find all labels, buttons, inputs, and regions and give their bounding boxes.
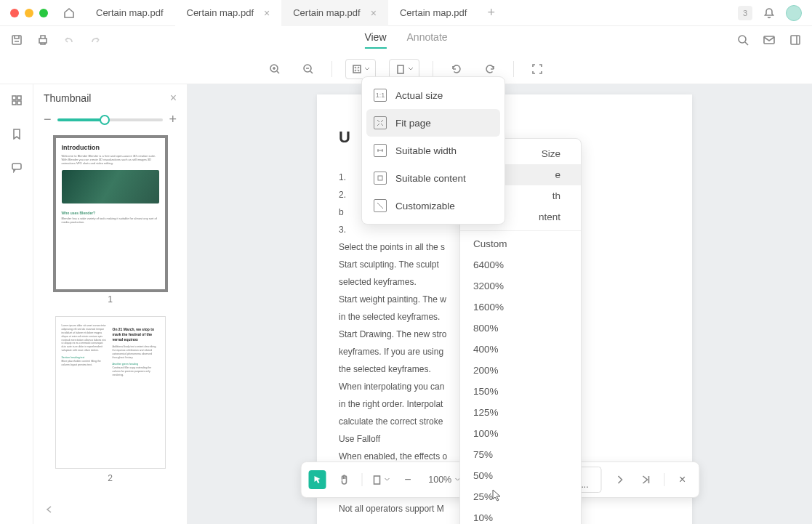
last-page-button[interactable]: [638, 470, 656, 489]
zoom-125[interactable]: 125%: [460, 402, 581, 423]
zoom-in-button[interactable]: [265, 59, 285, 79]
home-icon[interactable]: [63, 7, 76, 20]
close-toolbar-button[interactable]: ×: [673, 470, 691, 489]
bookmark-icon[interactable]: [7, 124, 27, 144]
zoom-800[interactable]: 800%: [460, 318, 581, 339]
panel-icon[interactable]: [789, 33, 802, 47]
svg-point-2: [739, 36, 746, 43]
fit-width[interactable]: Suitable width: [366, 137, 500, 164]
bell-icon[interactable]: [763, 7, 776, 20]
avatar[interactable]: [786, 5, 802, 21]
mode-annotate[interactable]: Annotate: [407, 31, 448, 49]
zoom-50[interactable]: 50%: [460, 465, 581, 486]
search-icon[interactable]: [736, 33, 749, 47]
collapse-panel-icon[interactable]: [45, 504, 54, 517]
tab-1[interactable]: Certain map.pdf×: [175, 0, 282, 26]
svg-rect-3: [764, 36, 774, 44]
redo-icon[interactable]: [89, 33, 102, 47]
thumbnail-panel: Thumbnail × − + Introduction Welcome to …: [33, 84, 188, 524]
zoom-out-bottom[interactable]: −: [398, 470, 417, 489]
thumbnail-title: Thumbnail: [44, 92, 91, 104]
svg-rect-15: [378, 176, 382, 180]
chevron-down-icon: [408, 66, 414, 72]
svg-rect-13: [12, 164, 21, 169]
mode-switch: View Annotate: [364, 31, 447, 49]
zoom-150[interactable]: 150%: [460, 381, 581, 402]
zoom-3200[interactable]: 3200%: [460, 275, 581, 297]
undo-icon[interactable]: [63, 33, 76, 47]
zoom-25[interactable]: 25%: [460, 486, 581, 507]
tab-strip: Certain map.pdf Certain map.pdf× Certain…: [84, 0, 738, 26]
mode-view[interactable]: View: [364, 31, 386, 49]
fullscreen-button[interactable]: [527, 59, 547, 79]
svg-rect-10: [17, 96, 21, 100]
thumb-page-number: 1: [41, 294, 180, 305]
svg-rect-9: [12, 96, 16, 100]
tab-0[interactable]: Certain map.pdf: [84, 0, 175, 26]
close-tab-icon[interactable]: ×: [371, 7, 377, 19]
thumb-zoom-in[interactable]: +: [169, 112, 177, 127]
select-tool-button[interactable]: [308, 470, 326, 489]
close-panel-icon[interactable]: ×: [170, 92, 177, 105]
fit-content[interactable]: Suitable content: [366, 164, 500, 192]
close-tab-icon[interactable]: ×: [264, 7, 270, 19]
save-icon[interactable]: [10, 33, 23, 47]
fit-page[interactable]: Fit page: [366, 109, 500, 137]
notif-count-badge[interactable]: 3: [738, 6, 752, 20]
zoom-1600[interactable]: 1600%: [460, 297, 581, 318]
zoom-10[interactable]: 10%: [460, 507, 581, 524]
svg-rect-7: [353, 65, 361, 73]
zoom-200[interactable]: 200%: [460, 360, 581, 381]
svg-rect-4: [791, 36, 800, 44]
comment-icon[interactable]: [7, 157, 27, 177]
thumb-zoom-slider: − +: [41, 112, 180, 137]
fit-actual-size[interactable]: 1:1Actual size: [366, 81, 500, 109]
fit-menu: 1:1Actual size Fit page Suitable width S…: [361, 76, 505, 225]
zoom-6400[interactable]: 6400%: [460, 254, 581, 275]
svg-rect-8: [398, 65, 403, 73]
thumb-page-2[interactable]: Lorem ipsum dolor sit amet consectetur a…: [41, 316, 180, 483]
svg-rect-1: [39, 39, 47, 43]
side-rail: [0, 84, 33, 524]
close-window[interactable]: [10, 9, 19, 17]
next-page-button[interactable]: [611, 470, 629, 489]
tab-2[interactable]: Certain map.pdf×: [281, 0, 388, 26]
thumb-slider[interactable]: [57, 118, 164, 121]
zoom-out-button[interactable]: [298, 59, 318, 79]
new-tab-button[interactable]: +: [478, 5, 504, 20]
thumb-page-number: 2: [41, 473, 180, 483]
zoom-100[interactable]: 100%: [460, 423, 581, 444]
tab-3[interactable]: Certain map.pdf: [388, 0, 479, 26]
zoom-level-dropdown[interactable]: 100%: [425, 475, 463, 485]
thumb-zoom-out[interactable]: −: [44, 112, 52, 127]
window-controls: [10, 9, 48, 17]
chevron-down-icon: [364, 66, 370, 72]
thumbnails-icon[interactable]: [7, 90, 27, 110]
fit-custom[interactable]: Customizable: [366, 192, 500, 219]
print-icon[interactable]: [36, 33, 49, 47]
zoom-75[interactable]: 75%: [460, 444, 581, 465]
svg-rect-14: [374, 476, 379, 484]
page-layout-bottom[interactable]: [371, 474, 390, 485]
zoom-400[interactable]: 400%: [460, 339, 581, 360]
svg-rect-12: [17, 101, 21, 105]
minimize-window[interactable]: [25, 9, 33, 17]
maximize-window[interactable]: [39, 9, 48, 17]
toolbar-top: View Annotate: [0, 26, 812, 54]
hand-tool-button[interactable]: [335, 470, 353, 489]
thumb-page-1[interactable]: Introduction Welcome to Blender Blender …: [41, 137, 180, 305]
titlebar: Certain map.pdf Certain map.pdf× Certain…: [0, 0, 812, 26]
svg-rect-11: [12, 101, 16, 105]
mail-icon[interactable]: [763, 33, 776, 47]
zoom-custom[interactable]: Custom: [460, 230, 581, 254]
svg-rect-0: [12, 36, 21, 44]
